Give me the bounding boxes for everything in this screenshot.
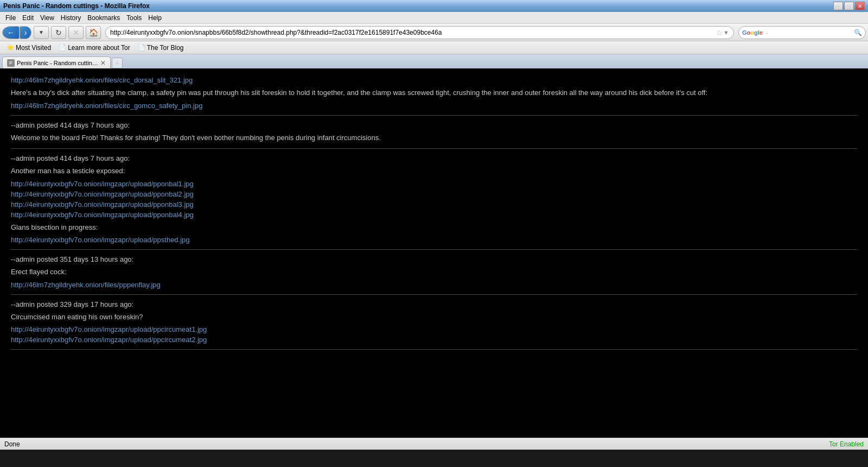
title-bar: Penis Panic - Random cuttings - Mozilla …	[0, 0, 868, 12]
refresh-button[interactable]: ↻	[51, 26, 66, 39]
google-logo: Google	[742, 29, 763, 36]
maximize-button[interactable]: □	[844, 2, 854, 10]
link-ppsthed[interactable]: http://4eiruntyxxbgfv7o.onion/imgzapr/up…	[11, 236, 857, 244]
link-ppcircumeat1[interactable]: http://4eiruntyxxbgfv7o.onion/imgzapr/up…	[11, 325, 857, 333]
new-tab-button[interactable]: +	[112, 58, 123, 68]
separator-2	[11, 148, 857, 149]
menu-help[interactable]: Help	[145, 13, 165, 23]
separator-3	[11, 249, 857, 250]
bookmarks-bar: ⭐ Most Visited 📄 Learn more about Tor 📄 …	[0, 41, 868, 54]
tor-status[interactable]: Tor Enabled	[829, 440, 864, 448]
post-2-meta: --admin posted 414 days 7 hours ago:	[11, 154, 857, 162]
bookmark-star-icon[interactable]: ☆	[716, 28, 723, 37]
separator-4	[11, 294, 857, 295]
post-4-meta: --admin posted 329 days 17 hours ago:	[11, 300, 857, 308]
search-separator: –	[765, 29, 768, 36]
separator-1	[11, 115, 857, 116]
tabs-bar: P Penis Panic - Random cuttings ✕ +	[0, 54, 868, 68]
bookmark-learn-tor[interactable]: 📄 Learn more about Tor	[56, 43, 132, 53]
search-container: Google – 🔍	[738, 26, 866, 39]
status-bar: Done Tor Enabled	[0, 438, 868, 450]
link-pponbal3[interactable]: http://4eiruntyxxbgfv7o.onion/imgzapr/up…	[11, 200, 857, 209]
link-pponbal1[interactable]: http://4eiruntyxxbgfv7o.onion/imgzapr/up…	[11, 180, 857, 188]
link-circ-dorsal[interactable]: http://46lm7zhgildryehk.onion/files/circ…	[11, 76, 857, 84]
window-controls[interactable]: − □ ✕	[833, 2, 865, 10]
minimize-button[interactable]: −	[833, 2, 843, 10]
tab-active[interactable]: P Penis Panic - Random cuttings ✕	[2, 56, 111, 68]
menu-bookmarks[interactable]: Bookmarks	[84, 13, 123, 23]
nav-bar: ← › ▼ ↻ ✕ 🏠 ☆ ▼ Google – 🔍	[0, 24, 868, 41]
menu-history[interactable]: History	[58, 13, 84, 23]
tab-favicon: P	[7, 59, 15, 67]
page-content: http://46lm7zhgildryehk.onion/files/circ…	[0, 68, 868, 438]
bookmark-tor-blog-label: The Tor Blog	[147, 44, 184, 52]
close-button[interactable]: ✕	[855, 2, 865, 10]
bookmark-most-visited[interactable]: ⭐ Most Visited	[4, 43, 53, 53]
post-3-subtext: Erect flayed cock:	[11, 267, 857, 277]
menu-bar: File Edit View History Bookmarks Tools H…	[0, 12, 868, 24]
back-button[interactable]: ←	[2, 26, 20, 39]
bookmark-page-icon: 📄	[59, 44, 66, 51]
menu-view[interactable]: View	[37, 13, 58, 23]
tab-label: Penis Panic - Random cuttings	[17, 60, 98, 66]
post-2-subtext2: Glans bisection in progress:	[11, 222, 857, 233]
bookmark-most-visited-label: Most Visited	[16, 44, 51, 52]
url-input[interactable]	[110, 29, 714, 36]
menu-edit[interactable]: Edit	[19, 13, 37, 23]
back-forward-group: ← ›	[2, 26, 31, 39]
tab-close-button[interactable]: ✕	[100, 59, 106, 67]
post-3-meta: --admin posted 351 days 13 hours ago:	[11, 255, 857, 263]
link-pponbal4[interactable]: http://4eiruntyxxbgfv7o.onion/imgzapr/up…	[11, 211, 857, 219]
menu-tools[interactable]: Tools	[123, 13, 145, 23]
link-ppcircumeat2[interactable]: http://4eiruntyxxbgfv7o.onion/imgzapr/up…	[11, 336, 857, 344]
link-pponbal2[interactable]: http://4eiruntyxxbgfv7o.onion/imgzapr/up…	[11, 190, 857, 198]
separator-5	[11, 349, 857, 350]
bookmark-learn-tor-label: Learn more about Tor	[68, 44, 130, 52]
post-4-subtext: Circumcised man eating his own foreskin?	[11, 312, 857, 323]
dropdown-button[interactable]: ▼	[34, 26, 49, 39]
url-dropdown-icon[interactable]: ▼	[723, 29, 729, 36]
stop-button[interactable]: ✕	[68, 26, 84, 39]
post-1-meta: --admin posted 414 days 7 hours ago:	[11, 121, 857, 129]
link-pppenflay[interactable]: http://46lm7zhgildryehk.onion/files/pppe…	[11, 281, 857, 289]
url-bar-container: ☆ ▼	[105, 26, 734, 39]
bookmark-page-icon-2: 📄	[138, 44, 145, 51]
forward-button[interactable]: ›	[20, 26, 31, 39]
link-circ-gomco[interactable]: http://46lm7zhgildryehk.onion/files/circ…	[11, 102, 857, 110]
menu-file[interactable]: File	[2, 13, 19, 23]
bookmark-folder-icon: ⭐	[7, 44, 14, 51]
post-0-text: Here's a boy's dick after situating the …	[11, 87, 857, 98]
search-submit-icon[interactable]: 🔍	[854, 29, 862, 36]
status-text: Done	[4, 440, 20, 448]
post-2-subtext: Another man has a testicle exposed:	[11, 166, 857, 176]
window-title: Penis Panic - Random cuttings - Mozilla …	[3, 2, 150, 10]
home-button[interactable]: 🏠	[86, 26, 101, 39]
post-1-text: Welcome to the board Frob! Thanks for sh…	[11, 132, 857, 143]
bookmark-tor-blog[interactable]: 📄 The Tor Blog	[136, 43, 186, 53]
search-input[interactable]	[770, 29, 852, 36]
